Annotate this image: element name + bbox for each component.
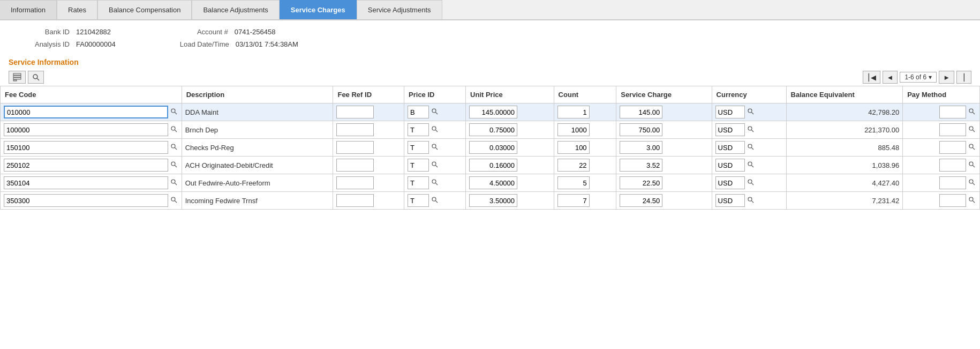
currency-search-button[interactable] — [746, 108, 755, 116]
count-input[interactable] — [557, 194, 590, 207]
unit-price-input[interactable] — [469, 176, 517, 189]
fee-ref-id-input[interactable] — [336, 176, 374, 189]
currency-search-button[interactable] — [746, 143, 755, 152]
fee-code-search-button[interactable] — [169, 161, 178, 169]
count-input[interactable] — [557, 141, 590, 154]
pay-method-input[interactable] — [939, 123, 966, 136]
unit-price-input[interactable] — [469, 106, 517, 118]
prev-page-button[interactable]: ◄ — [883, 71, 898, 84]
currency-input[interactable] — [715, 123, 745, 136]
service-charge-input[interactable] — [620, 141, 662, 154]
svg-point-42 — [748, 180, 752, 183]
price-id-search-button[interactable] — [430, 196, 439, 205]
svg-line-33 — [435, 165, 438, 167]
svg-line-35 — [751, 165, 753, 167]
pay-method-search-button[interactable] — [967, 196, 976, 205]
currency-input[interactable] — [715, 194, 745, 207]
unit-price-input[interactable] — [469, 194, 517, 207]
price-id-search-button[interactable] — [430, 161, 439, 169]
pay-method-input[interactable] — [939, 194, 966, 207]
svg-rect-3 — [13, 80, 17, 81]
currency-search-button[interactable] — [746, 161, 755, 169]
tab-rates[interactable]: Rates — [57, 0, 97, 19]
pay-method-search-button[interactable] — [967, 108, 976, 116]
fee-code-search-button[interactable] — [169, 179, 178, 187]
fee-ref-id-input[interactable] — [336, 159, 374, 172]
count-input[interactable] — [557, 159, 590, 172]
price-id-search-button[interactable] — [430, 179, 439, 187]
spreadsheet-view-button[interactable] — [9, 71, 26, 84]
svg-point-52 — [969, 197, 973, 201]
last-page-button[interactable]: ⎮ — [956, 71, 971, 84]
price-id-search-button[interactable] — [430, 143, 439, 152]
fee-code-input[interactable] — [4, 123, 168, 136]
fee-code-search-button[interactable] — [169, 196, 178, 205]
pay-method-input[interactable] — [939, 176, 966, 189]
fee-code-search-button[interactable] — [169, 108, 178, 116]
service-charge-input[interactable] — [620, 159, 662, 172]
pay-method-input[interactable] — [939, 141, 966, 154]
service-charge-input[interactable] — [620, 106, 662, 118]
toolbar-right: ⎮◀ ◄ 1-6 of 6 ▾ ► ⎮ — [863, 71, 971, 84]
unit-price-input[interactable] — [469, 141, 517, 154]
price-id-input[interactable] — [408, 194, 429, 207]
pay-method-search-button[interactable] — [967, 161, 976, 169]
tab-service-adjustments[interactable]: Service Adjustments — [357, 0, 442, 19]
pay-method-input[interactable] — [939, 106, 966, 118]
tab-service-charges[interactable]: Service Charges — [280, 0, 357, 19]
currency-input[interactable] — [715, 159, 745, 172]
currency-input[interactable] — [715, 106, 745, 118]
tab-balance-adjustments[interactable]: Balance Adjustments — [192, 0, 279, 19]
search-toolbar-button[interactable] — [28, 71, 44, 84]
unit-price-input[interactable] — [469, 123, 517, 136]
price-id-group — [408, 106, 462, 118]
unit-price-input[interactable] — [469, 159, 517, 172]
currency-cell — [712, 103, 786, 121]
search-icon — [170, 161, 177, 168]
fee-ref-id-input[interactable] — [336, 106, 374, 118]
fee-code-search-button[interactable] — [169, 143, 178, 152]
service-charge-input[interactable] — [620, 123, 662, 136]
first-page-button[interactable]: ⎮◀ — [863, 71, 880, 84]
fee-ref-id-input[interactable] — [336, 141, 374, 154]
search-icon — [747, 143, 754, 150]
unit-price-cell — [466, 103, 554, 121]
count-input[interactable] — [557, 106, 590, 118]
fee-code-search-button[interactable] — [169, 125, 178, 134]
table-row: Incoming Fedwire Trnsf 7,231.42 — [1, 192, 980, 210]
service-charge-input[interactable] — [620, 176, 662, 189]
price-id-input[interactable] — [408, 141, 429, 154]
pay-method-search-button[interactable] — [967, 179, 976, 187]
currency-search-button[interactable] — [746, 196, 755, 205]
fee-code-input[interactable] — [4, 106, 168, 118]
currency-input[interactable] — [715, 176, 745, 189]
pay-method-search-button[interactable] — [967, 143, 976, 152]
currency-search-button[interactable] — [746, 125, 755, 134]
currency-search-button[interactable] — [746, 179, 755, 187]
count-input[interactable] — [557, 176, 590, 189]
pay-method-search-button[interactable] — [967, 125, 976, 134]
price-id-group — [408, 194, 462, 207]
fee-code-input[interactable] — [4, 159, 168, 172]
tab-balance-compensation[interactable]: Balance Compensation — [97, 0, 192, 19]
col-fee-code: Fee Code — [1, 86, 182, 103]
fee-code-input[interactable] — [4, 176, 168, 189]
service-charge-input[interactable] — [620, 194, 662, 207]
price-id-input[interactable] — [408, 159, 429, 172]
fee-ref-id-input[interactable] — [336, 123, 374, 136]
fee-ref-id-input[interactable] — [336, 194, 374, 207]
table-body: DDA Maint 42,798.20 Brnch Dep — [1, 103, 980, 210]
tab-information[interactable]: Information — [0, 0, 57, 19]
price-id-input[interactable] — [408, 176, 429, 189]
count-input[interactable] — [557, 123, 590, 136]
price-id-input[interactable] — [408, 123, 429, 136]
price-id-input[interactable] — [408, 106, 429, 118]
pay-method-input[interactable] — [939, 159, 966, 172]
currency-input[interactable] — [715, 141, 745, 154]
fee-code-input[interactable] — [4, 141, 168, 154]
fee-code-input[interactable] — [4, 194, 168, 207]
price-id-search-button[interactable] — [430, 125, 439, 134]
price-id-search-button[interactable] — [430, 108, 439, 116]
next-page-button[interactable]: ► — [939, 71, 954, 84]
svg-rect-2 — [13, 78, 21, 79]
